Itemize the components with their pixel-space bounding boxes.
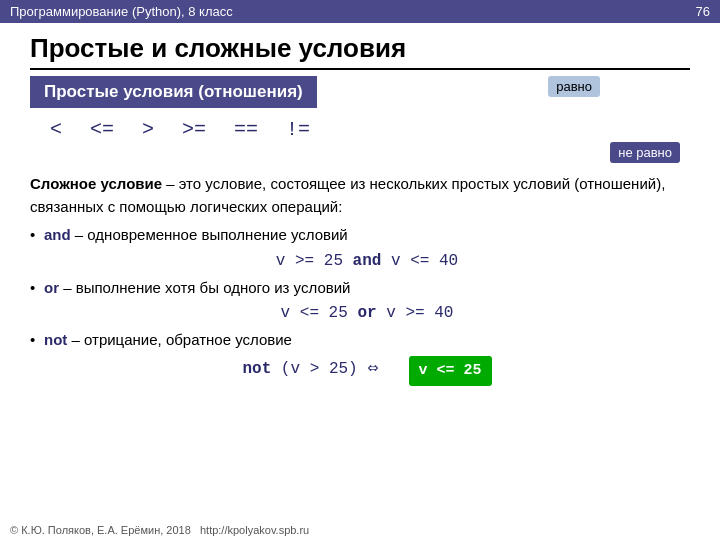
badge-neravno: не равно	[610, 142, 680, 163]
page-title: Простые и сложные условия	[30, 33, 690, 70]
not-text: – отрицание, обратное условие	[67, 331, 292, 348]
top-bar: Программирование (Python), 8 класс 76	[0, 0, 720, 23]
code-and: v >= 25 and v <= 40	[44, 249, 690, 273]
op-lte: <=	[90, 118, 114, 141]
subject-label: Программирование (Python), 8 класс	[10, 4, 233, 19]
copyright: © К.Ю. Поляков, Е.А. Ерёмин, 2018	[10, 524, 191, 536]
badge-ravno: равно	[548, 76, 600, 97]
arrow-equiv: ⇔	[368, 355, 379, 382]
main-content: Простые и сложные условия Простые услови…	[0, 23, 720, 398]
keyword-not: not	[44, 331, 67, 348]
slide-number: 76	[696, 4, 710, 19]
or-text: – выполнение хотя бы одного из условий	[59, 279, 350, 296]
keyword-and: and	[44, 226, 71, 243]
op-gte: >=	[182, 118, 206, 141]
op-lt: <	[50, 118, 62, 141]
footer: © К.Ю. Поляков, Е.А. Ерёмин, 2018 http:/…	[10, 524, 309, 536]
code-not: not (v > 25) ⇔ v <= 25	[44, 354, 690, 385]
keyword-or: or	[44, 279, 59, 296]
list-item-and: and – одновременное выполнение условий v…	[30, 224, 690, 273]
bullet-list: and – одновременное выполнение условий v…	[30, 224, 690, 384]
and-text: – одновременное выполнение условий	[71, 226, 348, 243]
badge-v25: v <= 25	[409, 356, 492, 387]
footer-url: http://kpolyakov.spb.ru	[200, 524, 309, 536]
description-text: Сложное условие – это условие, состоящее…	[30, 173, 690, 218]
operators-wrapper: < <= > >= == != не равно	[30, 116, 690, 143]
code-or: v <= 25 or v >= 40	[44, 301, 690, 325]
operators-row: < <= > >= == !=	[30, 116, 690, 143]
list-item-not: not – отрицание, обратное условие not (v…	[30, 329, 690, 384]
description-bold: Сложное условие	[30, 175, 162, 192]
op-eq: ==	[234, 118, 258, 141]
op-gt: >	[142, 118, 154, 141]
op-neq: !=	[286, 118, 310, 141]
list-item-or: or – выполнение хотя бы одного из услови…	[30, 277, 690, 326]
code-not-text: not (v > 25)	[242, 357, 357, 381]
simple-conditions-label: Простые условия (отношения)	[30, 76, 317, 108]
